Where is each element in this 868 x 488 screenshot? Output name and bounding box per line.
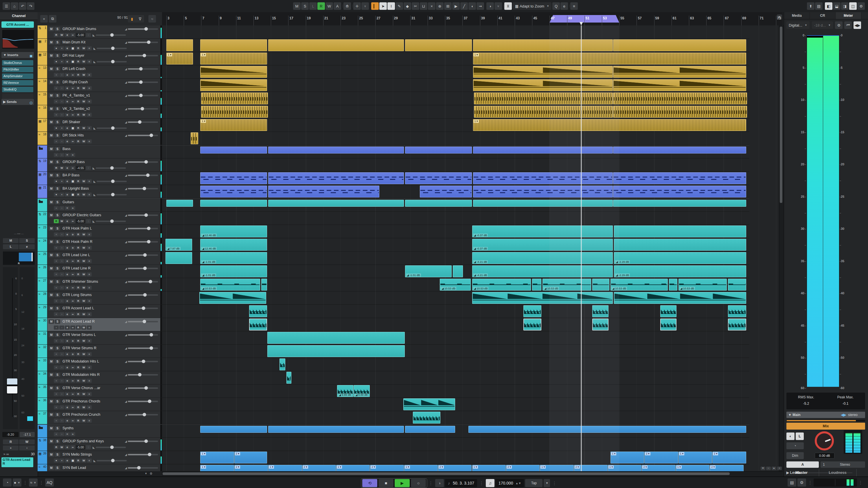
track-row[interactable]: ≈23MSGTR Hook Palm L◢●◖eoRW≡	[38, 225, 162, 238]
track-mute-button[interactable]: M	[49, 333, 54, 337]
track-write-button[interactable]: W	[81, 379, 86, 383]
track-solo-button[interactable]: S	[55, 200, 60, 204]
track-lane[interactable]	[162, 132, 749, 145]
audio-event[interactable]: ◢ -1.01 dB	[405, 265, 452, 277]
track-edit-channel-icon[interactable]: e	[65, 419, 70, 423]
track-volume-control[interactable]: ◢	[125, 187, 158, 190]
audio-event[interactable]	[201, 106, 268, 118]
track-solo-button[interactable]: S	[55, 346, 60, 350]
track-name[interactable]: GTR Verse Strums R	[62, 346, 124, 350]
audio-event[interactable]	[614, 292, 746, 304]
tab-media[interactable]: Media	[784, 12, 810, 19]
track-read-button[interactable]: R	[76, 365, 81, 369]
track-volume-value[interactable]: -4.55	[76, 166, 85, 170]
track-mute-button[interactable]: M	[49, 452, 54, 457]
track-lane[interactable]: ◢ 7.97 dB◢ 12.46 dB◢ -0.37 dB	[162, 238, 749, 252]
track-name[interactable]: GTR Hook Palm L	[62, 226, 124, 230]
track-lane[interactable]: 1 ▾2 ▾1 ▾2 ▾1 ▾2 ▾1 ▾2 ▾1 ▾2 ▾1 ▾2 ▾1 ▾2…	[162, 464, 749, 471]
eq-curve-thumbnail[interactable]	[2, 30, 34, 48]
tempo-track-icon[interactable]: ♫	[486, 479, 494, 487]
track-volume-control[interactable]: ◢	[125, 160, 158, 164]
track-edit-channel-icon[interactable]: e	[65, 113, 70, 117]
track-edit-channel-icon[interactable]: e	[65, 33, 70, 37]
track-name[interactable]: SYN Mello Strings	[62, 452, 124, 456]
folder-lane[interactable]	[162, 198, 749, 212]
metronome-click-icon[interactable]: ▤	[787, 479, 796, 487]
track-solo-button[interactable]: S	[55, 160, 60, 164]
track-lane[interactable]	[162, 185, 749, 198]
audio-event[interactable]	[728, 279, 746, 291]
folder-icon[interactable]	[38, 199, 43, 203]
pan-slider[interactable]	[96, 34, 126, 36]
track-name[interactable]: SYN Bell Lead	[62, 466, 124, 470]
audio-event[interactable]: ◢ 9.89 dB	[353, 385, 370, 397]
volume-slider[interactable]	[128, 68, 158, 70]
track-record-icon[interactable]: ●	[54, 299, 59, 303]
track-record-icon[interactable]: ●	[54, 126, 59, 130]
track-write-button[interactable]: W	[59, 445, 64, 449]
track-record-icon[interactable]: ●	[54, 312, 59, 316]
track-record-icon[interactable]: ●	[54, 405, 59, 410]
track-monitor-icon[interactable]: ◖	[59, 392, 64, 396]
track-channel-config-icon[interactable]: o	[70, 246, 75, 250]
audio-event[interactable]	[403, 398, 456, 410]
zoom-tool[interactable]: ⊕	[436, 2, 443, 10]
track-channel-config-icon[interactable]: ∞	[70, 419, 75, 423]
strip-write-button[interactable]: W	[19, 440, 35, 444]
track-name[interactable]: GTR Modulation Hits L	[62, 359, 124, 363]
track-mute-button[interactable]: M	[49, 253, 54, 257]
track-monitor-icon[interactable]: ◖	[59, 99, 64, 103]
track-monitor-icon[interactable]: ◖	[59, 246, 64, 250]
track-read-button[interactable]: R	[76, 379, 81, 383]
automation-s-button[interactable]: S	[301, 2, 309, 10]
track-edit-channel-icon[interactable]: e	[65, 339, 70, 343]
track-write-button[interactable]: W	[81, 113, 86, 117]
tab-loudness[interactable]: Loudness	[819, 469, 857, 477]
track-volume-control[interactable]: ◢	[125, 400, 158, 403]
track-solo-button[interactable]: S	[55, 213, 60, 218]
track-volume-control[interactable]: ◢	[125, 333, 158, 336]
track-write-button[interactable]: W	[81, 179, 86, 183]
track-mute-button[interactable]: M	[49, 54, 54, 58]
track-mute-button[interactable]: M	[49, 426, 54, 430]
folder-lane[interactable]	[162, 145, 749, 158]
track-record-icon[interactable]: ●	[54, 259, 59, 263]
track-pan-control[interactable]: ◣	[93, 127, 127, 130]
audio-event[interactable]: 1 ▾	[679, 452, 712, 463]
track-row[interactable]: ≈26MSGTR Lead Line R◢●◖e∞RW≡	[38, 265, 162, 278]
track-edit-channel-icon[interactable]: e	[65, 352, 70, 356]
track-read-button[interactable]: R	[76, 60, 81, 64]
preroll-icon[interactable]: ◑	[435, 479, 444, 487]
track-eq-icon[interactable]: ≡	[87, 193, 92, 197]
track-channel-config-icon[interactable]: o	[70, 232, 75, 236]
audio-event[interactable]: ◢ 10.53 dB	[679, 279, 727, 291]
track-lane[interactable]	[162, 305, 749, 318]
track-channel-config-icon[interactable]: ∞	[70, 99, 75, 103]
track-eq-icon[interactable]: ≡	[87, 286, 92, 290]
track-solo-button[interactable]: S	[55, 466, 60, 470]
track-volume-control[interactable]: ◢	[125, 320, 158, 323]
track-monitor-icon[interactable]: ◖	[59, 286, 64, 290]
track-name[interactable]: Main Drum Kit	[62, 40, 124, 44]
audio-event[interactable]	[279, 358, 285, 370]
volume-slider[interactable]	[128, 174, 158, 176]
track-mute-button[interactable]: M	[49, 93, 54, 98]
track-solo-button[interactable]: S	[55, 253, 60, 257]
track-volume-control[interactable]: ◢	[125, 440, 158, 443]
main-output-header[interactable]: ▼ Mainstereo◀▶	[786, 412, 865, 418]
folder-mon-icon[interactable]: ◖	[59, 206, 64, 210]
track-mute-button[interactable]: M	[49, 266, 54, 270]
folder-part[interactable]	[200, 426, 267, 433]
pan-slider[interactable]	[97, 61, 127, 62]
track-read-button[interactable]: R	[76, 286, 81, 290]
audio-event[interactable]: 2 ▾	[642, 465, 675, 471]
track-record-icon[interactable]: ●	[54, 73, 59, 77]
audio-event[interactable]	[420, 186, 472, 197]
range-select-tool[interactable]: I	[388, 2, 395, 10]
track-record-icon[interactable]: ●	[54, 419, 59, 423]
track-channel-config-icon[interactable]: ∞	[70, 405, 75, 410]
volume-slider[interactable]	[128, 387, 158, 389]
track-record-icon[interactable]: ●	[54, 232, 59, 236]
track-monitor-icon[interactable]: ◖	[59, 139, 64, 143]
track-eq-icon[interactable]: ≡	[87, 419, 92, 423]
